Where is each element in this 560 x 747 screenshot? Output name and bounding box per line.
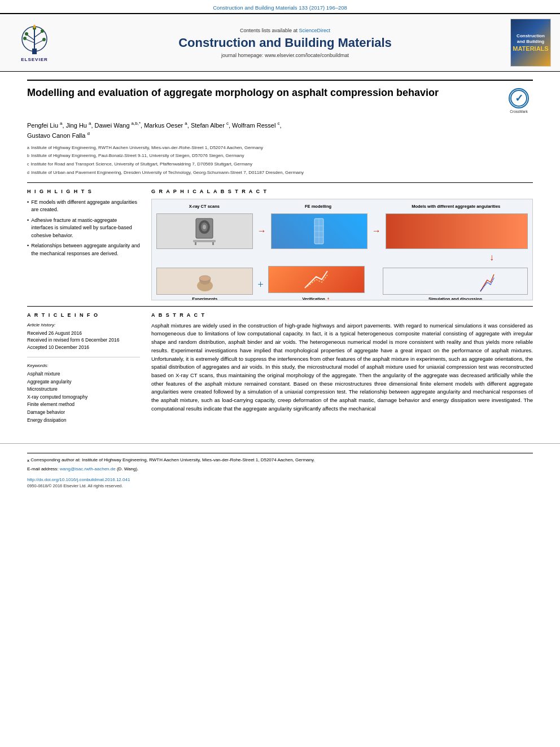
highlights-list: • FE models with different aggregate ang… [27,199,140,258]
ga-experiments-box [156,268,253,295]
article-title: Modelling and evaluation of aggregate mo… [27,86,505,99]
ga-content: X-ray CT scans FE modelling Models with … [152,199,532,300]
graphical-abstract-section: G R A P H I C A L A B S T R A C T X-ray … [151,189,533,300]
citation-bar: Construction and Building Materials 133 … [0,0,560,13]
footer-divider [27,453,533,453]
article-abstract-section: A R T I C L E I N F O Article history: R… [27,306,533,424]
highlight-item-2: • Adhesive fracture at mastic-aggregate … [27,217,140,240]
page: Construction and Building Materials 133 … [0,0,560,747]
svg-line-3 [27,34,34,40]
citation-text: Construction and Building Materials 133 … [213,5,347,11]
svg-point-10 [42,38,46,41]
main-content: Modelling and evaluation of aggregate mo… [0,72,560,438]
kw-5: Damage behavior [27,409,140,417]
kw-3: X-ray computed tomography [27,394,140,401]
ga-label-models: Models with different aggregate angulari… [384,204,528,209]
kw-1: Aggregate angularity [27,378,140,386]
affil-a: a Institute of Highway Engineering, RWTH… [27,145,533,152]
email-link[interactable]: wang@isac.rwth-aachen.de [60,466,116,471]
doi-link[interactable]: http://dx.doi.org/10.1016/j.conbuildmat.… [27,477,130,482]
ga-fe-svg [308,216,330,247]
ga-plus-icon: + [257,279,263,291]
sim-chart [479,270,526,292]
abstract-text: Asphalt mixtures are widely used in the … [151,322,533,413]
ga-verification-svg [302,268,330,291]
ga-experiments-block: Experiments [156,268,253,300]
ga-simulation-block: Simulation and discussion [383,268,528,300]
abstract-header: A B S T R A C T [151,312,533,318]
abstract-column: A B S T R A C T Asphalt mixtures are wid… [151,312,533,424]
history-header: Article history: [27,322,140,327]
email-note: E-mail address: wang@isac.rwth-aachen.de… [27,466,533,473]
svg-rect-20 [195,242,196,245]
info-divider [27,357,140,357]
graphical-abstract-header: G R A P H I C A L A B S T R A C T [151,189,533,194]
authors-line: Pengfei Liu a, Jing Hu a, Dawei Wang a,b… [27,120,533,141]
highlight-item-3: • Relationships between aggregate angula… [27,242,140,257]
article-info-header: A R T I C L E I N F O [27,312,140,318]
bullet-icon: • [27,217,29,240]
crossmark-badge[interactable]: ✓ CrossMark [505,86,533,115]
ga-fe-box [271,213,368,249]
bullet-icon: • [27,199,29,214]
ga-verification-label: Verification ↑ [303,295,330,300]
svg-point-7 [25,32,28,36]
highlights-header: H I G H L I G H T S [27,189,140,194]
highlights-section: H I G H L I G H T S • FE models with dif… [27,189,140,300]
copyright-line: 0950-0618/© 2016 Elsevier Ltd. All right… [27,483,533,488]
svg-point-18 [203,225,206,229]
svg-line-6 [34,40,43,45]
ga-experiment-svg [194,270,216,292]
journal-title: Construction and Building Materials [67,36,504,50]
journal-header: ELSEVIER Contents lists available at Sci… [0,13,560,72]
svg-point-12 [33,25,36,28]
ga-verification-box [268,266,365,293]
ga-verification-block: Verification ↑ [268,266,365,300]
svg-rect-21 [212,242,214,245]
svg-line-4 [34,32,42,37]
ga-simulation-box [383,268,528,295]
cover-materials-text: MATERIALS [513,45,548,52]
revised-date: Received in revised form 6 December 2016 [27,337,140,344]
contents-line: Contents lists available at ScienceDirec… [67,28,504,33]
kw-6: Energy dissipation [27,417,140,425]
ga-xray-svg [190,216,218,247]
ga-top-labels: X-ray CT scans FE modelling Models with … [156,204,528,209]
keywords-section: Keywords: Asphalt mixture Aggregate angu… [27,363,140,424]
ga-arrow-1: → [257,226,266,236]
sciencedirect-link[interactable]: ScienceDirect [299,28,331,33]
article-info-column: A R T I C L E I N F O Article history: R… [27,312,140,424]
ga-label-fe: FE modelling [270,204,366,209]
svg-point-9 [23,37,27,40]
highlights-graphical-section: H I G H L I G H T S • FE models with dif… [27,182,533,300]
ga-arrow-2: → [372,226,381,236]
sim-chart-svg [479,270,495,292]
journal-cover-image: Construction and Building MATERIALS [510,19,551,67]
svg-text:✓: ✓ [515,93,523,104]
ga-experiments-label: Experiments [192,296,217,300]
keywords-header: Keywords: [27,363,140,368]
highlight-item-1: • FE models with different aggregate ang… [27,199,140,214]
article-title-section: Modelling and evaluation of aggregate mo… [27,80,533,115]
kw-4: Finite element method [27,401,140,409]
article-history: Article history: Received 26 August 2016… [27,322,140,351]
kw-0: Asphalt mixture [27,370,140,378]
affiliations: a Institute of Highway Engineering, RWTH… [27,145,533,177]
ga-simulation-label: Simulation and discussion [428,296,482,300]
crossmark-label: CrossMark [510,110,527,113]
crossmark-svg: ✓ [510,89,528,107]
ga-bottom-row: Experiments + [156,266,528,300]
crossmark-icon: ✓ [509,88,529,108]
cover-title1: Construction and Building [517,33,545,44]
ga-top-row: → → [156,213,528,249]
accepted-date: Accepted 10 December 2016 [27,344,140,351]
svg-point-29 [199,276,211,281]
elsevier-tree-icon [15,23,54,56]
kw-2: Microstructure [27,386,140,394]
affil-c: c Institute for Road and Transport Scien… [27,161,533,168]
affil-b: b Institute of Highway Engineering, Paul… [27,152,533,160]
bullet-icon: • [27,242,29,257]
affil-d: d Institute of Urban and Pavement Engine… [27,169,533,177]
svg-point-8 [41,29,44,33]
received-date: Received 26 August 2016 [27,330,140,337]
